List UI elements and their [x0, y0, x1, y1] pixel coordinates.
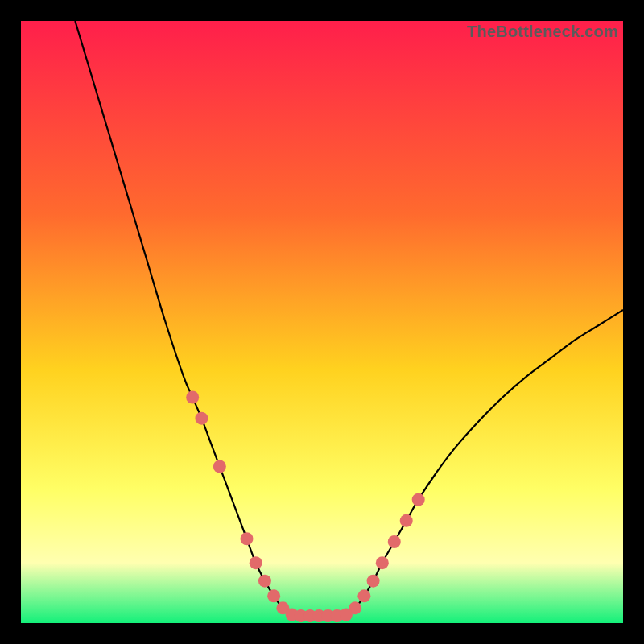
marker-right — [376, 556, 389, 569]
marker-right — [400, 514, 413, 527]
attribution-text: TheBottleneck.com — [467, 23, 618, 41]
marker-left — [267, 589, 280, 602]
marker-floor — [340, 609, 353, 621]
marker-right — [357, 589, 370, 602]
marker-left — [258, 575, 271, 588]
marker-left — [213, 460, 226, 473]
marker-left — [250, 556, 262, 569]
marker-right — [367, 575, 380, 588]
marker-left — [241, 532, 254, 545]
bottleneck-chart — [21, 21, 623, 623]
gradient-background — [21, 21, 623, 623]
marker-right — [388, 535, 401, 548]
marker-right — [412, 493, 425, 506]
marker-left — [195, 412, 208, 425]
marker-left — [186, 391, 199, 404]
chart-frame: TheBottleneck.com — [21, 21, 623, 623]
